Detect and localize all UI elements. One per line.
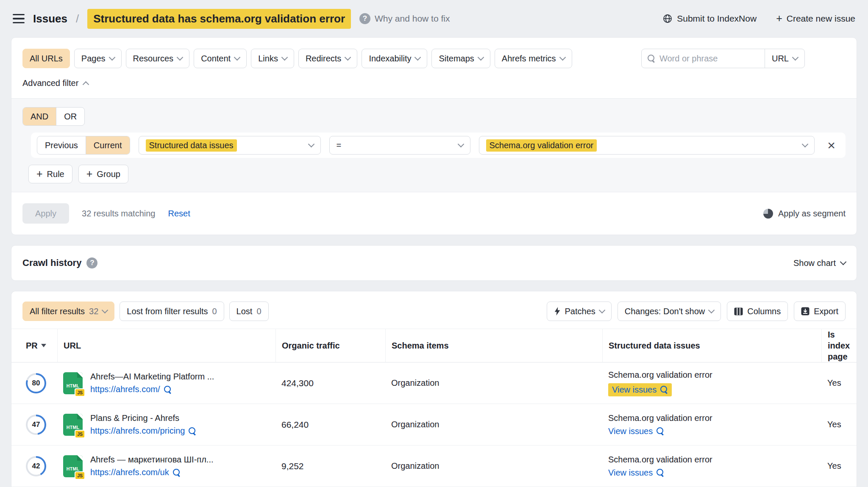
apply-button[interactable]: Apply (22, 203, 69, 224)
filter-tab-sitemaps[interactable]: Sitemaps (431, 49, 490, 68)
page-title-text: Ahrefs—AI Marketing Platform ... (90, 372, 214, 382)
advanced-filter-toggle[interactable]: Advanced filter (11, 68, 99, 98)
search-scope-dropdown[interactable]: URL (765, 49, 804, 68)
pie-chart-icon (763, 209, 773, 219)
view-issues-link[interactable]: View issues (608, 426, 664, 436)
export-icon (801, 307, 810, 315)
is-index-page-value: Yes (821, 378, 857, 388)
page-url-link[interactable]: https://ahrefs.com/uk (90, 468, 181, 477)
chevron-down-icon (415, 54, 421, 61)
submit-to-indexnow-button[interactable]: Submit to IndexNow (662, 14, 757, 24)
page-rating-badge: 47 (26, 415, 46, 435)
table-row: 42 HTML JS Ahrefs — маркетингова ШІ-пл..… (11, 445, 857, 487)
inspect-url-icon[interactable] (189, 427, 196, 435)
export-button[interactable]: Export (794, 302, 846, 321)
filter-tab-ahrefs-metrics[interactable]: Ahrefs metrics (495, 49, 572, 68)
organic-traffic-value: 424,300 (275, 378, 385, 388)
chevron-down-icon (345, 54, 351, 61)
search-input[interactable] (659, 54, 759, 64)
html-file-icon: HTML JS (63, 372, 83, 394)
page-title-text: Plans & Pricing - Ahrefs (90, 413, 196, 423)
rule-value-select[interactable]: Schema.org validation error (479, 136, 815, 155)
chevron-down-icon (708, 307, 715, 314)
rule-operator-select[interactable]: = (329, 136, 470, 155)
html-file-icon: HTML JS (63, 455, 83, 477)
changes-dropdown[interactable]: Changes: Don't show (618, 302, 721, 321)
page-url-link[interactable]: https://ahrefs.com/ (90, 385, 172, 394)
filter-tab-redirects[interactable]: Redirects (298, 49, 357, 68)
logic-and-button[interactable]: AND (23, 108, 56, 125)
apply-row: Apply 32 results matching Reset Apply as… (11, 192, 857, 235)
page-url-link[interactable]: https://ahrefs.com/pricing (90, 426, 196, 436)
column-header-schema-items[interactable]: Schema items (385, 329, 602, 362)
chevron-down-icon (599, 307, 606, 314)
rule-current-button[interactable]: Current (86, 136, 130, 154)
table-row: 80 HTML JS Ahrefs—AI Marketing Platform … (11, 362, 857, 404)
column-header-pr[interactable]: PR (11, 329, 57, 362)
chevron-down-icon (308, 141, 314, 148)
view-all-filter-results[interactable]: All filter results 32 (22, 302, 114, 321)
table-toolbar-right: Patches Changes: Don't show Columns Expo… (547, 302, 846, 321)
reset-link[interactable]: Reset (168, 209, 190, 219)
menu-icon[interactable] (13, 14, 25, 23)
chevron-down-icon (108, 54, 115, 61)
filter-tab-indexability[interactable]: Indexability (362, 49, 427, 68)
inspect-url-icon[interactable] (173, 469, 181, 476)
apply-as-segment-button[interactable]: Apply as segment (763, 209, 846, 219)
chevron-down-icon (802, 141, 809, 148)
column-header-url[interactable]: URL (57, 329, 275, 362)
view-lost[interactable]: Lost 0 (229, 302, 269, 321)
filter-tab-resources[interactable]: Resources (126, 49, 190, 68)
structured-data-issues-cell: Schema.org validation error View issues (602, 455, 821, 478)
view-issues-icon (657, 427, 664, 435)
breadcrumb-separator: / (76, 12, 79, 25)
js-badge: JS (75, 388, 85, 397)
columns-button[interactable]: Columns (727, 302, 788, 321)
filter-tab-all-urls[interactable]: All URLs (22, 49, 70, 68)
organic-traffic-value: 66,240 (275, 420, 385, 430)
help-icon: ? (359, 13, 370, 24)
breadcrumb-issues[interactable]: Issues (33, 12, 67, 25)
chevron-down-icon (840, 259, 847, 266)
filter-tabs-row: All URLs Pages Resources Content Links R… (11, 38, 857, 68)
js-badge: JS (75, 471, 85, 480)
search-icon (648, 55, 655, 62)
remove-rule-button[interactable]: × (823, 138, 840, 152)
view-lost-from-filter-results[interactable]: Lost from filter results 0 (120, 302, 224, 321)
chevron-down-icon (281, 54, 288, 61)
crawl-history-panel: Crawl history ? Show chart (11, 245, 857, 281)
rule-previous-button[interactable]: Previous (37, 136, 86, 154)
is-index-page-value: Yes (821, 420, 857, 429)
chevron-down-icon (478, 54, 484, 61)
view-issues-link[interactable]: View issues (612, 385, 668, 395)
globe-icon (662, 14, 673, 24)
filter-tab-pages[interactable]: Pages (74, 49, 122, 68)
patches-button[interactable]: Patches (547, 302, 612, 321)
add-group-button[interactable]: + Group (78, 165, 128, 183)
logic-toggle: AND OR (22, 107, 85, 126)
result-count-badge: 0 (212, 307, 217, 316)
view-issues-icon (660, 386, 668, 393)
results-matching-text: 32 results matching (82, 209, 155, 219)
column-header-structured-data-issues[interactable]: Structured data issues (602, 329, 821, 362)
pr-cell: 47 (11, 415, 57, 435)
create-new-issue-button[interactable]: + Create new issue (776, 14, 855, 24)
advanced-filter-builder: AND OR Previous Current Structured data … (11, 98, 857, 192)
page-rating-badge: 42 (26, 456, 46, 476)
help-icon[interactable]: ? (86, 257, 97, 268)
filter-tab-content[interactable]: Content (194, 49, 247, 68)
view-issues-link[interactable]: View issues (608, 468, 664, 478)
column-header-organic-traffic[interactable]: Organic traffic (275, 329, 385, 362)
column-header-is-index-page[interactable]: Is index page (821, 329, 857, 362)
why-and-how-to-fix-link[interactable]: ? Why and how to fix (359, 13, 450, 24)
add-rule-button[interactable]: + Rule (28, 165, 72, 183)
show-chart-button[interactable]: Show chart (793, 258, 846, 268)
page-title: Structured data has schema.org validatio… (87, 9, 351, 29)
lightning-icon (554, 307, 561, 315)
rule-field-select[interactable]: Structured data issues (139, 136, 321, 155)
logic-or-button[interactable]: OR (56, 108, 84, 125)
filter-tab-links[interactable]: Links (251, 49, 294, 68)
issue-name: Schema.org validation error (608, 413, 712, 423)
inspect-url-icon[interactable] (164, 386, 172, 393)
structured-data-issues-cell: Schema.org validation error View issues (602, 413, 821, 436)
